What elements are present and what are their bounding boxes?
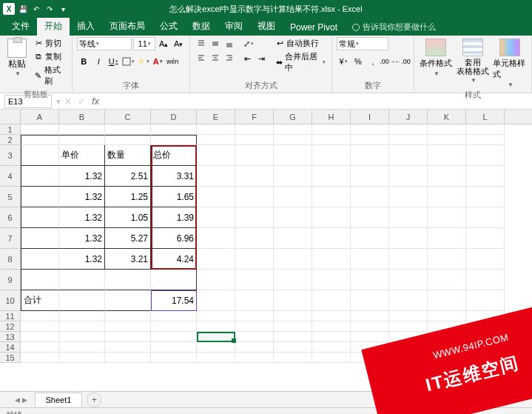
cell[interactable] [274,145,312,166]
cell[interactable] [351,342,389,353]
cell[interactable]: 1.32 [59,249,105,270]
cell[interactable]: 1.05 [105,207,151,228]
cut-button[interactable]: ✂剪切 [33,37,67,50]
cell[interactable] [274,332,312,342]
cell[interactable] [466,321,505,332]
tab-view[interactable]: 视图 [250,17,283,36]
cell[interactable] [312,187,351,207]
cell[interactable] [312,207,351,228]
row-header[interactable]: 14 [0,342,21,353]
cell[interactable] [151,321,197,332]
cell[interactable] [428,124,466,135]
cell[interactable]: 总价 [151,145,197,166]
cell[interactable] [105,270,151,290]
cell[interactable] [389,124,428,135]
cell[interactable]: 6.96 [151,228,197,249]
cell[interactable] [235,321,274,332]
cell[interactable] [105,290,151,311]
cell[interactable] [466,290,505,311]
tab-data[interactable]: 数据 [185,17,218,36]
cell[interactable] [59,270,105,290]
new-sheet-button[interactable]: + [87,393,101,407]
cell[interactable] [428,207,466,228]
cell[interactable] [428,311,466,321]
cell[interactable] [389,353,428,363]
cell[interactable] [466,145,505,166]
cell[interactable] [197,187,235,207]
cell[interactable] [389,290,428,311]
cell[interactable] [466,228,505,249]
cell[interactable] [274,228,312,249]
cell[interactable] [428,270,466,290]
italic-button[interactable]: I [92,55,105,68]
cell[interactable] [466,187,505,207]
cell[interactable] [312,135,351,145]
cell[interactable] [105,311,151,321]
decrease-decimal-button[interactable]: ←.00 [396,55,409,68]
comma-format-button[interactable]: , [366,55,380,68]
qat-customize-button[interactable]: ▾ [58,4,68,14]
format-as-table-button[interactable]: 套用 表格格式▼ [456,37,490,84]
tab-file[interactable]: 文件 [4,17,37,36]
cell[interactable] [235,342,274,353]
cell[interactable] [428,353,466,363]
cell[interactable] [428,187,466,207]
cell[interactable]: 数量 [105,145,151,166]
cell[interactable] [428,290,466,311]
orientation-button[interactable]: ⤢ [240,37,257,50]
cell[interactable] [312,228,351,249]
cell[interactable]: 1.25 [105,187,151,207]
cell[interactable] [21,270,59,290]
qat-undo-button[interactable]: ↶ [31,4,41,14]
col-header-i[interactable]: I [351,110,389,124]
col-header-e[interactable]: E [197,110,235,124]
bold-button[interactable]: B [77,55,90,68]
align-left-button[interactable] [195,51,208,64]
cell[interactable] [389,311,428,321]
cell[interactable] [197,332,235,342]
tab-insert[interactable]: 插入 [70,17,102,36]
cell[interactable] [274,166,312,187]
cell[interactable] [235,166,274,187]
cell[interactable] [197,166,235,187]
cell[interactable] [466,166,505,187]
row-header[interactable]: 6 [0,207,21,228]
cell[interactable] [21,135,59,145]
cell[interactable] [428,166,466,187]
cell[interactable] [351,290,389,311]
cell[interactable] [389,228,428,249]
cell[interactable] [466,207,505,228]
formula-input[interactable] [104,95,532,108]
align-center-button[interactable] [209,51,222,64]
cell[interactable] [105,342,151,353]
cell[interactable] [197,311,235,321]
cell[interactable] [389,135,428,145]
copy-button[interactable]: ⧉复制 [33,50,67,63]
cell[interactable] [59,311,105,321]
col-header-l[interactable]: L [466,110,505,124]
select-all-button[interactable] [0,110,21,124]
col-header-j[interactable]: J [389,110,428,124]
cell[interactable] [21,342,59,353]
cell[interactable]: 4.24 [151,249,197,270]
cell[interactable] [351,207,389,228]
wrap-text-button[interactable]: ↩自动换行 [274,37,327,50]
cell[interactable] [312,249,351,270]
cell[interactable] [274,353,312,363]
cell[interactable] [21,249,59,270]
cell[interactable] [389,321,428,332]
enter-button[interactable]: ✓ [75,96,87,107]
row-header[interactable]: 10 [0,290,21,311]
cell[interactable] [389,166,428,187]
cell[interactable] [21,145,59,166]
cell[interactable] [105,124,151,135]
cell[interactable] [428,249,466,270]
cell[interactable] [351,270,389,290]
col-header-c[interactable]: C [105,110,151,124]
merge-center-button[interactable]: ⬌合并后居中 [274,50,327,74]
row-header[interactable]: 12 [0,321,21,332]
align-middle-button[interactable] [209,37,222,50]
sheet-nav-arrows[interactable]: ◀ ▶ [15,396,27,404]
col-header-g[interactable]: G [274,110,312,124]
align-right-button[interactable] [223,51,236,64]
